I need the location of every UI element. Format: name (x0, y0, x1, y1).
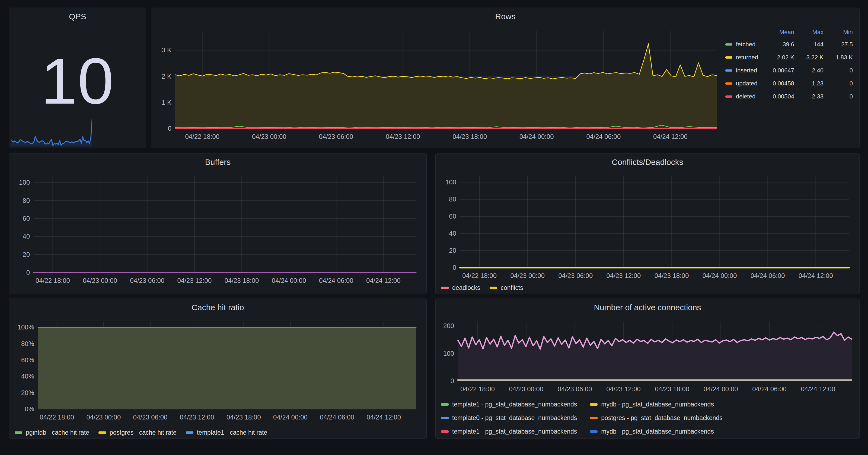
legend-table-header-max[interactable]: Max (794, 29, 824, 36)
x-axis-tick-label: 04/22 18:00 (40, 414, 74, 421)
x-axis-tick-label: 04/23 00:00 (510, 272, 545, 279)
panel-title-rows[interactable]: Rows (151, 8, 859, 22)
x-axis-tick-label: 04/23 00:00 (509, 385, 544, 393)
legend-item-label: template1 - pg_stat_database_numbackends (452, 428, 577, 435)
qps-stat-value: 10 (9, 48, 146, 113)
y-axis-tick-label: 0 (451, 377, 454, 385)
stat-min: 1.83 K (824, 54, 853, 61)
y-axis-tick-label: 20 (449, 247, 456, 254)
legend-item[interactable]: template1 - pg_stat_database_numbackends (441, 401, 577, 408)
y-axis-tick-label: 1 K (162, 99, 172, 106)
y-axis-tick-label: 100% (18, 324, 34, 331)
stat-min: 27.5 (824, 41, 853, 48)
series-color-swatch (590, 430, 597, 433)
x-axis-tick-label: 04/23 18:00 (226, 414, 261, 421)
series-toggle-fetched[interactable]: fetched (725, 41, 765, 48)
qps-sparkline[interactable] (11, 112, 92, 147)
series-color-swatch (441, 430, 448, 433)
connections-chart[interactable]: 010020004/22 18:0004/23 00:0004/23 06:00… (438, 315, 857, 397)
x-axis-tick-label: 04/24 06:00 (319, 277, 353, 284)
legend-item[interactable]: postgres - cache hit rate (98, 429, 177, 436)
x-axis-tick-label: 04/24 06:00 (586, 133, 621, 140)
y-axis-tick-label: 2 K (162, 73, 172, 80)
conflicts-legend: deadlocksconflicts (438, 281, 857, 292)
x-axis-tick-label: 04/22 18:00 (460, 385, 495, 393)
x-axis-tick-label: 04/23 00:00 (83, 277, 117, 284)
legend-item[interactable]: mydb - pg_stat_database_numbackends (590, 401, 723, 408)
legend-item[interactable]: template1 - pg_stat_database_numbackends (441, 428, 577, 435)
legend-item[interactable]: mydb - pg_stat_database_numbackends (590, 428, 723, 435)
conflicts-chart[interactable]: 02040608010004/22 18:0004/23 00:0004/23 … (438, 170, 857, 281)
x-axis-tick-label: 04/23 00:00 (252, 133, 286, 140)
legend-item[interactable]: conflicts (490, 285, 523, 291)
x-axis-tick-label: 04/23 06:00 (133, 414, 167, 421)
y-axis-tick-label: 80 (23, 197, 30, 204)
x-axis-tick-label: 04/24 00:00 (272, 277, 306, 284)
panel-active-connections: Number of active connections 010020004/2… (435, 298, 860, 439)
stat-max: 2.40 (794, 67, 824, 74)
cache-chart[interactable]: 0%20%40%60%80%100%04/22 18:0004/23 00:00… (12, 315, 424, 426)
legend-item-label: mydb - pg_stat_database_numbackends (601, 401, 714, 408)
panel-title-cache[interactable]: Cache hit ratio (9, 299, 426, 313)
y-axis-tick-label: 60 (23, 215, 30, 222)
series-color-swatch (490, 287, 497, 289)
y-axis-tick-label: 40 (23, 233, 30, 240)
stat-max: 3.22 K (794, 54, 824, 61)
panel-cache-hit-ratio: Cache hit ratio 0%20%40%60%80%100%04/22 … (9, 298, 427, 439)
series-color-swatch (725, 43, 733, 45)
legend-item[interactable]: template0 - pg_stat_database_numbackends (441, 415, 577, 421)
stat-mean: 0.00458 (765, 80, 794, 87)
y-axis-tick-label: 0% (25, 405, 34, 413)
x-axis-tick-label: 04/24 00:00 (704, 385, 738, 393)
legend-table-row: deleted0.005042.330 (725, 90, 853, 103)
legend-table-header-row: MeanMaxMin (725, 27, 853, 38)
x-axis-tick-label: 04/23 12:00 (180, 414, 214, 421)
series-color-swatch (98, 431, 106, 434)
series-toggle-returned[interactable]: returned (725, 54, 765, 61)
rows-legend-table: MeanMaxMinfetched39.614427.5returned2.02… (721, 24, 857, 103)
y-axis-tick-label: 40% (21, 372, 34, 380)
series-area-cache-hit-rate (38, 327, 416, 409)
series-name: fetched (736, 41, 755, 48)
legend-item-label: template1 - cache hit rate (197, 429, 268, 436)
x-axis-tick-label: 04/24 12:00 (653, 133, 688, 140)
series-area-returned (175, 44, 717, 129)
x-axis-tick-label: 04/22 18:00 (462, 272, 497, 279)
panel-title-connections[interactable]: Number of active connections (436, 299, 859, 313)
legend-item[interactable]: deadlocks (441, 285, 480, 291)
x-axis-tick-label: 04/23 12:00 (606, 385, 641, 393)
series-color-swatch (725, 56, 733, 59)
series-name: returned (736, 54, 758, 61)
stat-max: 2.33 (794, 93, 824, 100)
series-toggle-inserted[interactable]: inserted (725, 67, 765, 74)
x-axis-tick-label: 04/24 06:00 (752, 385, 786, 393)
legend-table-header-min[interactable]: Min (824, 29, 853, 36)
series-color-swatch (441, 417, 448, 419)
buffers-chart[interactable]: 02040608010004/22 18:0004/23 00:0004/23 … (12, 170, 424, 288)
legend-spacer (12, 288, 424, 292)
panel-qps: QPS 10 (9, 8, 146, 148)
series-name: deleted (736, 93, 755, 100)
legend-item[interactable]: pgintdb - cache hit rate (14, 429, 89, 436)
series-color-swatch (186, 431, 193, 434)
legend-item-label: conflicts (501, 285, 523, 291)
connections-legend: template1 - pg_stat_database_numbackends… (438, 397, 857, 436)
legend-item[interactable]: postgres - pg_stat_database_numbackends (590, 415, 723, 421)
panel-title-buffers[interactable]: Buffers (9, 154, 426, 167)
y-axis-tick-label: 0 (26, 269, 30, 276)
legend-table-header-mean[interactable]: Mean (765, 29, 794, 36)
series-toggle-updated[interactable]: updated (725, 80, 765, 87)
rows-chart[interactable]: 01 K2 K3 K04/22 18:0004/23 00:0004/23 06… (154, 24, 721, 146)
series-toggle-deleted[interactable]: deleted (725, 93, 765, 100)
legend-item-label: pgintdb - cache hit rate (26, 429, 89, 436)
legend-item[interactable]: template1 - cache hit rate (186, 429, 268, 436)
x-axis-tick-label: 04/23 18:00 (654, 272, 689, 279)
stat-min: 0 (824, 93, 853, 100)
panel-title-qps[interactable]: QPS (9, 8, 146, 22)
panel-buffers: Buffers 02040608010004/22 18:0004/23 00:… (9, 153, 427, 294)
stat-mean: 39.6 (765, 41, 794, 48)
stat-mean: 0.00647 (765, 67, 794, 74)
y-axis-tick-label: 3 K (162, 46, 172, 54)
y-axis-tick-label: 0 (453, 264, 456, 271)
panel-title-conflicts[interactable]: Conflicts/Deadlocks (436, 154, 859, 167)
